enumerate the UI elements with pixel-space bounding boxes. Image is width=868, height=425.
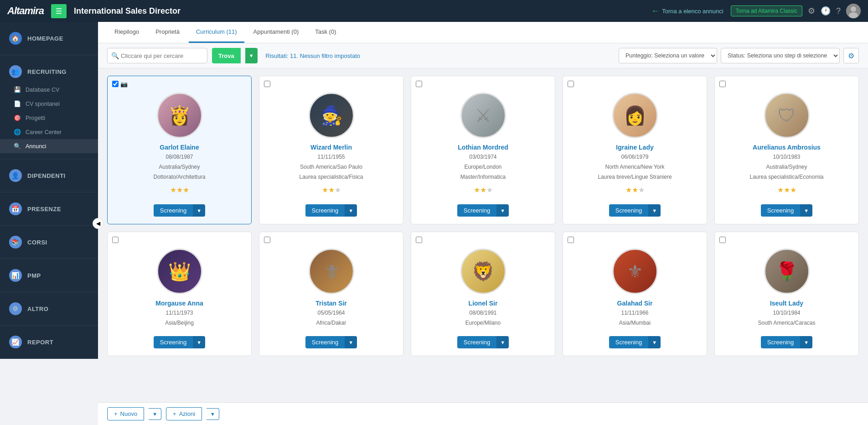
card-dob-4: 10/10/1983: [773, 153, 800, 161]
card-name-9[interactable]: Iseult Lady: [770, 300, 803, 307]
tab-appuntamenti[interactable]: Appuntamenti (0): [246, 22, 306, 43]
card-name-8[interactable]: Galahad Sir: [617, 300, 653, 307]
screening-dropdown-6[interactable]: ▼: [345, 336, 357, 348]
avatar-char-5: 👑: [168, 261, 191, 282]
card-location-3: North America/New York: [605, 163, 664, 171]
sidebar-section-corsi: 📚 CORSI: [0, 226, 98, 259]
card-stars-3: ★★★: [625, 186, 645, 194]
tab-task[interactable]: Task (0): [308, 22, 343, 43]
card-avatar-7: 🦁: [460, 249, 506, 294]
card-checkbox-2[interactable]: [416, 81, 422, 87]
help-icon[interactable]: ?: [836, 6, 841, 16]
azioni-button[interactable]: + Azioni: [166, 407, 202, 420]
card-checkbox-0[interactable]: [112, 81, 119, 87]
tab-curriculum[interactable]: Curriculum (11): [189, 22, 244, 43]
screening-dropdown-0[interactable]: ▼: [193, 204, 205, 217]
sidebar-item-homepage[interactable]: 🏠 HOMEPAGE: [0, 27, 98, 49]
card-name-3[interactable]: Igraine Lady: [616, 144, 653, 151]
screening-dropdown-7[interactable]: ▼: [496, 336, 509, 348]
screening-button-2[interactable]: Screening: [457, 204, 497, 217]
sidebar-label-database-cv: Database CV: [26, 87, 59, 93]
card-stars-4: ★★★: [777, 186, 796, 194]
card-2: ⚔ Lothian Mordred 03/03/1974 Europe/Lond…: [411, 76, 555, 224]
screening-button-8[interactable]: Screening: [609, 336, 649, 348]
sidebar-item-progetti[interactable]: 🎯 Progetti: [0, 111, 98, 125]
screening-dropdown-4[interactable]: ▼: [800, 204, 812, 217]
card-5: 👑 Morgause Anna 11/11/1973 Asia/Beijing …: [107, 232, 252, 356]
sidebar-item-presenze[interactable]: 📅 PRESENZE: [0, 198, 98, 220]
screening-button-7[interactable]: Screening: [457, 336, 497, 348]
screening-dropdown-2[interactable]: ▼: [496, 204, 509, 217]
sidebar-item-recruiting[interactable]: 👥 RECRUITING: [0, 61, 98, 83]
azioni-label: Azioni: [179, 410, 195, 417]
card-checkbox-5[interactable]: [112, 237, 119, 243]
trova-dropdown-button[interactable]: ▼: [245, 48, 258, 63]
altro-icon: ⚙: [9, 302, 22, 315]
gear-settings-button[interactable]: ⚙: [843, 48, 859, 63]
card-dob-9: 10/10/1984: [773, 309, 800, 317]
history-icon[interactable]: 🕐: [821, 6, 831, 16]
menu-button[interactable]: ☰: [51, 4, 67, 18]
back-link[interactable]: ← Torna a elenco annunci: [651, 6, 723, 16]
card-checkbox-3[interactable]: [568, 81, 574, 87]
screening-button-3[interactable]: Screening: [609, 204, 649, 217]
screening-dropdown-8[interactable]: ▼: [648, 336, 661, 348]
screening-button-5[interactable]: Screening: [154, 336, 193, 348]
logo: Altamira: [7, 5, 44, 17]
sidebar-section-recruiting: 👥 RECRUITING 💾 Database CV 📄 CV spontane…: [0, 55, 98, 159]
sidebar-item-annunci[interactable]: 🔍 Annunci: [0, 139, 98, 153]
sidebar-item-corsi[interactable]: 📚 CORSI: [0, 231, 98, 253]
sidebar-collapse-button[interactable]: ◀: [93, 218, 103, 229]
classic-button[interactable]: Torna ad Altamira Classic: [731, 5, 802, 16]
screening-button-1[interactable]: Screening: [305, 204, 345, 217]
status-select[interactable]: Status: Seleziona uno step di selezione: [721, 48, 840, 63]
screening-button-6[interactable]: Screening: [305, 336, 345, 348]
card-name-4[interactable]: Aurelianus Ambrosius: [753, 144, 821, 151]
card-checkbox-1[interactable]: [264, 81, 270, 87]
punteggio-select[interactable]: Punteggio: Seleziona un valore: [619, 48, 717, 63]
card-education-4: Laurea specialistica/Economia: [749, 173, 823, 181]
search-input[interactable]: [121, 52, 203, 59]
avatar-char-3: 👩: [624, 105, 646, 126]
avatar[interactable]: [846, 4, 861, 18]
card-btn-group-8: Screening ▼: [609, 332, 661, 348]
nuovo-dropdown-button[interactable]: ▼: [149, 408, 161, 420]
card-name-6[interactable]: Tristan Sir: [315, 300, 346, 307]
card-checkbox-6[interactable]: [264, 237, 270, 243]
screening-dropdown-9[interactable]: ▼: [800, 336, 812, 348]
screening-dropdown-5[interactable]: ▼: [193, 336, 205, 348]
card-checkbox-7[interactable]: [416, 237, 422, 243]
card-name-0[interactable]: Garlot Elaine: [160, 144, 199, 151]
screening-dropdown-1[interactable]: ▼: [345, 204, 357, 217]
screening-dropdown-3[interactable]: ▼: [648, 204, 661, 217]
sidebar-item-career-center[interactable]: 🌐 Career Center: [0, 125, 98, 139]
card-1: 🧙 Wizard Merlin 11/11/1955 South America…: [259, 76, 403, 224]
sidebar-item-report[interactable]: 📈 REPORT: [0, 331, 98, 353]
nuovo-button[interactable]: + Nuovo: [107, 407, 144, 420]
card-name-5[interactable]: Morgause Anna: [155, 300, 203, 307]
screening-button-0[interactable]: Screening: [154, 204, 193, 217]
settings-icon[interactable]: ⚙: [808, 6, 815, 16]
azioni-dropdown-button[interactable]: ▼: [207, 408, 219, 420]
card-checkbox-4[interactable]: [719, 81, 726, 87]
card-checkbox-8[interactable]: [568, 237, 574, 243]
card-name-7[interactable]: Lionel Sir: [469, 300, 498, 307]
screening-button-4[interactable]: Screening: [761, 204, 801, 217]
trova-button[interactable]: Trova: [212, 48, 241, 63]
sidebar-item-dipendenti[interactable]: 👤 DIPENDENTI: [0, 165, 98, 187]
sidebar-item-cv-spontanei[interactable]: 📄 CV spontanei: [0, 97, 98, 111]
screening-button-9[interactable]: Screening: [761, 336, 801, 348]
card-location-1: South America/Sao Paulo: [300, 163, 362, 171]
tab-riepilogo[interactable]: Riepilogo: [107, 22, 146, 43]
star-2: ★: [632, 186, 638, 194]
card-checkbox-9[interactable]: [719, 237, 726, 243]
card-btn-group-6: Screening ▼: [305, 332, 357, 348]
tab-proprieta[interactable]: Proprietà: [148, 22, 187, 43]
avatar-char-6: 🗡: [322, 261, 341, 282]
sidebar-item-altro[interactable]: ⚙ ALTRO: [0, 298, 98, 320]
card-name-1[interactable]: Wizard Merlin: [310, 144, 352, 151]
card-name-2[interactable]: Lothian Mordred: [458, 144, 508, 151]
sidebar-item-database-cv[interactable]: 💾 Database CV: [0, 83, 98, 97]
sidebar-label-report: REPORT: [27, 339, 53, 346]
sidebar-item-pmp[interactable]: 📊 PMP: [0, 264, 98, 286]
